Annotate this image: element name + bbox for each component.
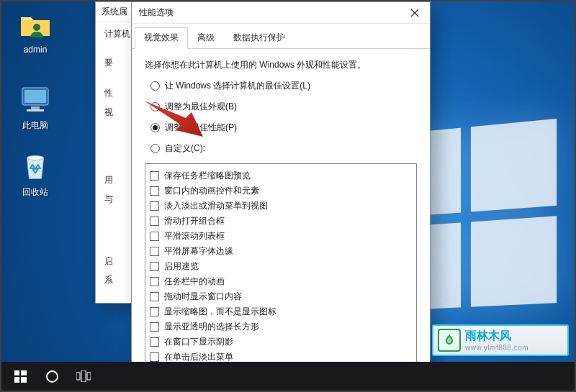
effects-checkbox-item[interactable]: 窗口内的动画控件和元素: [150, 185, 412, 197]
svg-rect-6: [76, 373, 80, 380]
checkbox-icon: [150, 201, 159, 211]
checkbox-label: 启用速览: [164, 260, 199, 273]
effects-checkbox-item[interactable]: 显示亚透明的选择长方形: [150, 321, 412, 333]
recycle-bin-icon: [18, 149, 53, 183]
desktop-icon-label: admin: [9, 45, 62, 55]
effects-checkbox-item[interactable]: 保存任务栏缩略图预览: [150, 170, 412, 182]
radio-label: 调整为最佳外观(B): [165, 101, 237, 113]
checkbox-label: 显示缩略图，而不是显示图标: [164, 306, 276, 318]
window-title: 系统属: [102, 6, 127, 18]
tab-row: 视觉效果 高级 数据执行保护: [132, 24, 430, 49]
effects-checkbox-item[interactable]: 在窗口下显示阴影: [150, 336, 412, 348]
checkbox-icon: [150, 337, 159, 347]
radio-label: 让 Windows 选择计算机的最佳设置(L): [165, 80, 310, 92]
taskbar: [1, 362, 575, 391]
user-folder-icon: [18, 7, 53, 42]
checkbox-icon: [150, 322, 159, 332]
window-title: 性能选项: [139, 6, 174, 19]
svg-point-0: [33, 24, 40, 31]
checkbox-label: 平滑屏幕字体边缘: [164, 245, 233, 257]
desktop-icon-recycle-bin[interactable]: 回收站: [9, 149, 62, 199]
checkbox-icon: [150, 292, 159, 301]
checkbox-label: 显示亚透明的选择长方形: [164, 321, 259, 333]
this-pc-icon: [18, 82, 53, 117]
brand-name: 雨林木风: [465, 329, 528, 344]
radio-label: 自定义(C):: [165, 142, 205, 155]
radio-let-windows-choose[interactable]: 让 Windows 选择计算机的最佳设置(L): [150, 80, 417, 92]
tab-dep[interactable]: 数据执行保护: [224, 27, 294, 49]
radio-label: 调整为最佳性能(P): [165, 122, 237, 134]
task-view-icon: [76, 370, 91, 382]
checkbox-icon: [150, 171, 159, 181]
effects-checkbox-item[interactable]: 拖动时显示窗口内容: [150, 291, 412, 303]
effects-checkbox-item[interactable]: 滑动打开组合框: [150, 215, 412, 227]
svg-rect-3: [31, 106, 40, 109]
checkbox-icon: [150, 307, 159, 316]
task-view-button[interactable]: [68, 362, 99, 391]
checkbox-label: 在窗口下显示阴影: [164, 336, 233, 348]
windows-logo-icon: [14, 370, 27, 383]
checkbox-label: 平滑滚动列表框: [164, 230, 225, 242]
cortana-search-button[interactable]: [36, 362, 68, 391]
checkbox-label: 滑动打开组合框: [164, 215, 225, 227]
checkbox-label: 拖动时显示窗口内容: [164, 291, 242, 303]
effects-checkbox-item[interactable]: 启用速览: [150, 260, 412, 273]
radio-icon: [150, 81, 160, 91]
dialog-content: 选择你想在此计算机上使用的 Windows 外观和性能设置。 让 Windows…: [132, 49, 430, 392]
desktop-icon-this-pc[interactable]: 此电脑: [9, 82, 62, 132]
effects-checkbox-item[interactable]: 淡入淡出或滑动菜单到视图: [150, 200, 412, 212]
checkbox-icon: [150, 232, 159, 241]
effects-checklist[interactable]: 保存任务栏缩略图预览窗口内的动画控件和元素淡入淡出或滑动菜单到视图滑动打开组合框…: [145, 163, 417, 372]
svg-point-5: [27, 155, 44, 160]
tab-computer-name[interactable]: 计算机: [104, 27, 130, 42]
checkbox-icon: [150, 247, 159, 256]
tab-advanced[interactable]: 高级: [188, 27, 224, 49]
performance-options-dialog: 性能选项 视觉效果 高级 数据执行保护 选择你想在此计算机上使用的 Window…: [131, 1, 431, 392]
start-button[interactable]: [4, 362, 36, 391]
checkbox-icon: [150, 352, 159, 362]
svg-rect-2: [24, 90, 46, 103]
cortana-icon: [46, 370, 58, 383]
effects-checkbox-item[interactable]: 显示缩略图，而不是显示图标: [150, 306, 412, 318]
desktop-icon-admin[interactable]: admin: [9, 7, 62, 55]
close-button[interactable]: [400, 2, 430, 24]
checkbox-label: 窗口内的动画控件和元素: [164, 185, 259, 197]
checkbox-label: 保存任务栏缩略图预览: [164, 170, 251, 182]
radio-icon: [150, 144, 160, 153]
checkbox-icon: [150, 262, 159, 271]
brand-logo-icon: [438, 329, 461, 352]
checkbox-label: 任务栏中的动画: [164, 275, 225, 288]
dialog-description: 选择你想在此计算机上使用的 Windows 外观和性能设置。: [145, 59, 417, 71]
svg-rect-4: [27, 109, 44, 111]
watermark-brand: 雨林木风 www.ylmf888.com: [432, 324, 569, 356]
radio-icon: [150, 123, 160, 132]
effects-checkbox-item[interactable]: 平滑滚动列表框: [150, 230, 412, 242]
svg-rect-7: [81, 370, 86, 382]
desktop-icon-label: 此电脑: [9, 119, 62, 132]
tab-visual-effects[interactable]: 视觉效果: [135, 27, 188, 49]
effects-checkbox-item[interactable]: 任务栏中的动画: [150, 275, 412, 288]
radio-best-performance[interactable]: 调整为最佳性能(P): [150, 122, 417, 134]
brand-url: www.ylmf888.com: [465, 344, 528, 352]
checkbox-icon: [150, 186, 159, 196]
window-titlebar[interactable]: 性能选项: [132, 2, 430, 24]
checkbox-icon: [150, 277, 159, 286]
checkbox-icon: [150, 216, 159, 226]
radio-custom[interactable]: 自定义(C):: [150, 142, 417, 155]
radio-icon: [150, 102, 160, 111]
desktop-icon-label: 回收站: [9, 186, 62, 199]
svg-rect-8: [87, 373, 91, 380]
effects-checkbox-item[interactable]: 平滑屏幕字体边缘: [150, 245, 412, 257]
checkbox-label: 淡入淡出或滑动菜单到视图: [164, 200, 268, 212]
radio-best-appearance[interactable]: 调整为最佳外观(B): [150, 101, 417, 113]
